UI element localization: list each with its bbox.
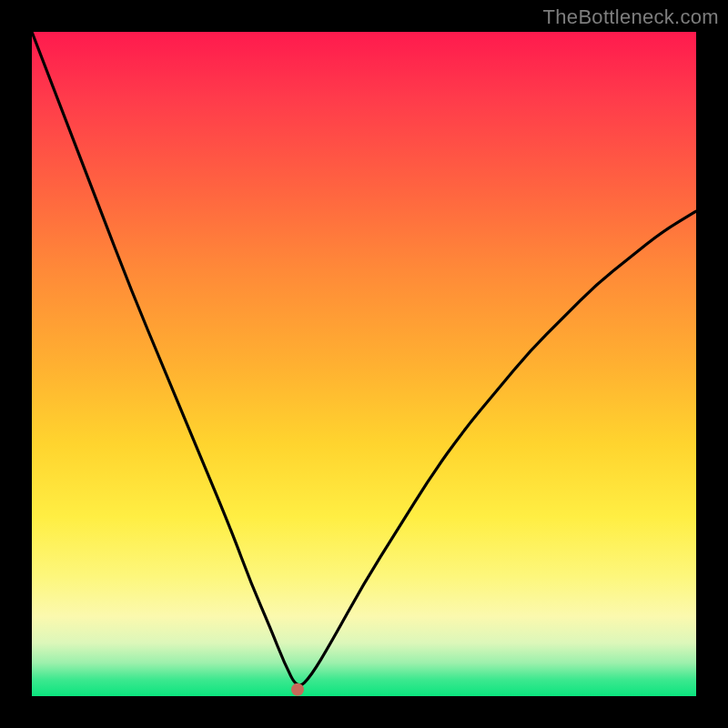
bottleneck-curve [32,32,696,685]
plot-area [32,32,696,696]
curve-svg [32,32,696,696]
chart-frame: TheBottleneck.com [0,0,728,728]
attribution-text: TheBottleneck.com [543,5,719,29]
min-point-dot [291,683,304,696]
